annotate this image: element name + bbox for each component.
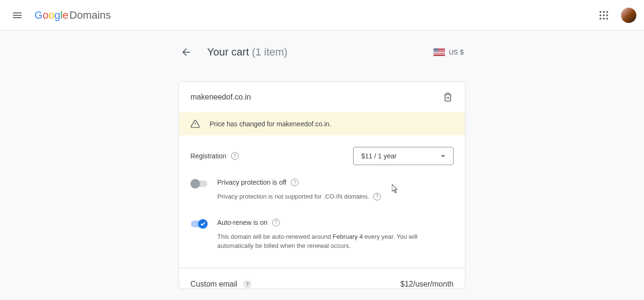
menu-button[interactable] — [8, 6, 27, 25]
autorenew-section: Auto-renew is on ? This domain will be a… — [179, 219, 465, 268]
privacy-desc-text: Privacy protection is not supported for … — [217, 192, 369, 201]
privacy-toggle-row: Privacy protection is off ? Privacy prot… — [190, 178, 454, 201]
back-button[interactable] — [180, 46, 192, 58]
header-left: Google Domains — [8, 6, 111, 25]
toggle-thumb — [190, 179, 200, 189]
svg-point-8 — [606, 18, 608, 20]
svg-point-4 — [603, 14, 605, 16]
page-header-left: Your cart (1 item) — [180, 46, 288, 58]
page-title-count: (1 item) — [252, 46, 288, 58]
trash-icon — [443, 92, 453, 102]
help-icon[interactable]: ? — [231, 152, 239, 160]
avatar[interactable] — [621, 8, 636, 23]
registration-label-text: Registration — [190, 152, 226, 160]
registration-label: Registration ? — [190, 152, 239, 160]
app-header: Google Domains — [0, 0, 644, 31]
help-icon[interactable]: ? — [243, 280, 252, 289]
logo-product: Domains — [69, 9, 111, 22]
logo-google: Google — [34, 9, 68, 22]
autorenew-desc-text: This domain will be auto-renewed around … — [217, 232, 454, 251]
page-background: Your cart (1 item) US $ makeneedof.co.in… — [0, 31, 644, 300]
privacy-section: Privacy protection is off ? Privacy prot… — [179, 178, 465, 219]
help-icon[interactable]: ? — [291, 178, 299, 186]
warning-banner: Price has changed for makeneedof.co.in. — [179, 112, 465, 135]
svg-point-6 — [600, 18, 601, 20]
svg-point-5 — [606, 14, 608, 16]
currency-selector[interactable]: US $ — [433, 48, 464, 56]
custom-email-price: $12/user/month — [400, 280, 454, 289]
hamburger-icon — [11, 10, 23, 21]
header-right — [594, 6, 636, 25]
privacy-label-text: Privacy protection is off — [217, 178, 286, 186]
us-flag-icon — [433, 48, 445, 56]
currency-label: US $ — [449, 48, 464, 56]
autorenew-content: Auto-renew is on ? This domain will be a… — [217, 219, 454, 251]
cart-item-card: makeneedof.co.in Price has changed for m… — [178, 81, 466, 289]
apps-button[interactable] — [594, 6, 613, 25]
domain-name: makeneedof.co.in — [190, 93, 251, 101]
card-header: makeneedof.co.in — [179, 82, 465, 112]
privacy-content: Privacy protection is off ? Privacy prot… — [217, 178, 454, 201]
registration-section: Registration ? $11 / 1 year — [179, 135, 465, 178]
warning-text: Price has changed for makeneedof.co.in. — [210, 120, 332, 128]
arrow-back-icon — [180, 46, 192, 58]
main-container: Your cart (1 item) US $ makeneedof.co.in… — [178, 46, 466, 289]
autorenew-label-text: Auto-renew is on — [217, 219, 267, 226]
page-title: Your cart (1 item) — [207, 46, 288, 58]
privacy-toggle[interactable] — [190, 179, 208, 189]
help-icon[interactable]: ? — [272, 219, 280, 226]
registration-dropdown[interactable]: $11 / 1 year — [353, 147, 454, 165]
privacy-label: Privacy protection is off ? — [217, 178, 454, 186]
page-header: Your cart (1 item) US $ — [178, 46, 466, 58]
help-icon[interactable]: ? — [373, 193, 381, 200]
dropdown-value: $11 / 1 year — [361, 152, 397, 160]
svg-point-2 — [606, 11, 608, 13]
custom-email-row: Custom email ? $12/user/month — [179, 268, 465, 289]
custom-email-label-text: Custom email — [190, 280, 237, 289]
page-title-text: Your cart — [207, 46, 249, 58]
apps-icon — [598, 10, 610, 21]
warning-icon — [190, 119, 200, 129]
logo[interactable]: Google Domains — [34, 9, 111, 22]
check-icon — [200, 221, 206, 227]
privacy-desc: Privacy protection is not supported for … — [217, 192, 454, 201]
chevron-down-icon — [441, 155, 445, 157]
delete-button[interactable] — [442, 91, 454, 103]
svg-point-7 — [603, 18, 605, 20]
svg-point-0 — [600, 11, 601, 13]
custom-email-label: Custom email ? — [190, 280, 252, 289]
svg-point-1 — [603, 11, 605, 13]
autorenew-desc: This domain will be auto-renewed around … — [217, 232, 454, 251]
svg-point-3 — [600, 14, 601, 16]
toggle-thumb — [198, 219, 208, 229]
autorenew-toggle[interactable] — [190, 219, 208, 229]
registration-row: Registration ? $11 / 1 year — [190, 147, 454, 165]
autorenew-toggle-row: Auto-renew is on ? This domain will be a… — [190, 219, 454, 251]
autorenew-label: Auto-renew is on ? — [217, 219, 454, 226]
